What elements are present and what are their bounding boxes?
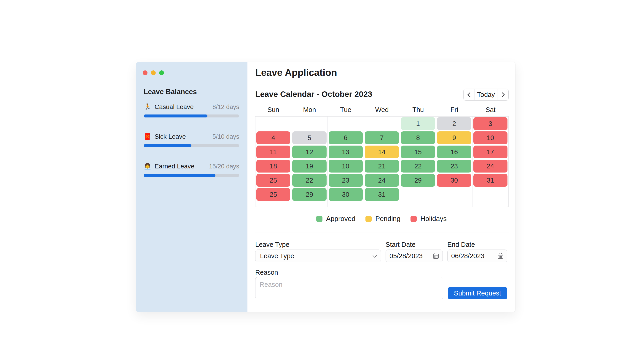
- leave-balance-row: 🧧Sick Leave5/10 days: [144, 133, 239, 141]
- calendar-day-cell: 10: [474, 131, 508, 144]
- chevron-left-icon: [467, 92, 472, 97]
- calendar-day-cell: 19: [292, 160, 326, 173]
- leave-progress-fill: [144, 174, 216, 177]
- close-button[interactable]: [143, 70, 148, 75]
- leave-balance-value: 15/20 days: [209, 162, 239, 170]
- leave-balance-item: 🧑‍💼Earned Leave15/20 days: [144, 162, 239, 177]
- calendar-day-cell: 3: [474, 117, 508, 130]
- start-date-input[interactable]: 05/28/2023: [386, 250, 443, 262]
- calendar-day-cell: 6: [329, 131, 363, 144]
- calendar-slot: 9: [436, 131, 472, 145]
- leave-balance-item: 🏃Casual Leave8/12 days: [144, 103, 239, 117]
- calendar-day-cell: 22: [401, 160, 435, 173]
- legend-swatch: [316, 216, 322, 222]
- calendar-slot: 22: [400, 159, 436, 173]
- calendar-slot: 2: [436, 117, 472, 131]
- calendar-slot: 19: [291, 159, 328, 173]
- calendar-slot: [400, 202, 436, 207]
- calendar-day-cell: 24: [365, 174, 399, 187]
- calendar-slot: 8: [400, 131, 436, 145]
- calendar-day-cell: 29: [292, 188, 326, 201]
- calendar-slot: 12: [291, 145, 328, 159]
- calendar-day-cell: 17: [474, 146, 508, 158]
- calendar-slot: [255, 117, 291, 131]
- calendar-slot: 3: [472, 117, 508, 131]
- today-button[interactable]: Today: [474, 89, 498, 100]
- calendar-slot: 16: [436, 145, 472, 159]
- calendar-day-cell: 16: [437, 146, 471, 158]
- legend-item: Holidays: [410, 215, 447, 223]
- page-title: Leave Application: [255, 67, 337, 78]
- calendar-legend: ApprovedPendingHolidays: [248, 215, 516, 223]
- calendar-slot: [400, 187, 436, 202]
- end-date-input[interactable]: 06/28/2023: [447, 250, 507, 262]
- day-header: Sat: [472, 106, 508, 114]
- calendar-slot: 25: [255, 173, 291, 187]
- calendar-slot: 23: [436, 159, 472, 173]
- calendar-day-cell: 25: [256, 188, 290, 201]
- leave-balance-list: 🏃Casual Leave8/12 days🧧Sick Leave5/10 da…: [144, 103, 239, 192]
- calendar-slot: [291, 117, 328, 131]
- calendar-slot: 11: [255, 145, 291, 159]
- calendar-day-cell: 1: [401, 117, 435, 130]
- calendar-day-cell: 21: [365, 160, 399, 173]
- calendar-slot: 10: [472, 131, 508, 145]
- leave-balance-row: 🏃Casual Leave8/12 days: [144, 103, 239, 111]
- leave-type-selected-value: Leave Type: [256, 252, 294, 260]
- calendar-heading: Leave Calendar - October 2023: [255, 90, 372, 99]
- calendar-day-cell: 7: [365, 131, 399, 144]
- calendar-icon[interactable]: [432, 253, 439, 259]
- calendar-slot: 29: [400, 173, 436, 187]
- leave-type-name: Sick Leave: [154, 133, 186, 141]
- legend-swatch: [366, 216, 372, 222]
- calendar-slot: 6: [328, 131, 364, 145]
- start-date-value: 05/28/2023: [386, 252, 422, 260]
- chevron-right-icon: [500, 92, 504, 97]
- calendar-slot: [436, 187, 472, 202]
- day-header: Sun: [255, 106, 291, 114]
- calendar-slot: 24: [364, 173, 400, 187]
- leave-type-name: Earned Leave: [154, 162, 194, 170]
- runner-icon: 🏃: [144, 103, 152, 111]
- calendar-slot: 4: [255, 131, 291, 145]
- calendar-day-cell: 25: [256, 174, 290, 187]
- calendar-slot: 31: [472, 173, 508, 187]
- calendar-slot: [364, 117, 400, 131]
- calendar-slot: [472, 187, 508, 202]
- leave-balance-value: 5/10 days: [212, 133, 239, 141]
- window-controls: [143, 70, 164, 75]
- calendar-slot: [328, 202, 364, 207]
- minimize-button[interactable]: [151, 70, 156, 75]
- calendar-slot: 22: [291, 173, 328, 187]
- next-month-button[interactable]: [498, 89, 508, 100]
- calendar-slot: 13: [328, 145, 364, 159]
- zoom-button[interactable]: [159, 70, 164, 75]
- reason-textarea[interactable]: [255, 277, 443, 299]
- leave-type-select[interactable]: Leave Type: [255, 250, 381, 262]
- app-window: Leave Balances 🏃Casual Leave8/12 days🧧Si…: [136, 62, 516, 312]
- chevron-down-icon: [372, 253, 377, 258]
- day-header: Tue: [328, 106, 364, 114]
- prev-month-button[interactable]: [464, 89, 474, 100]
- calendar-day-cell: 4: [256, 131, 290, 144]
- calendar-slot: 25: [255, 187, 291, 202]
- calendar-day-cell: 14: [365, 146, 399, 158]
- calendar-icon[interactable]: [497, 253, 504, 259]
- submit-request-button[interactable]: Submit Request: [448, 287, 507, 299]
- day-header: Fri: [436, 106, 472, 114]
- calendar-day-cell: 31: [365, 188, 399, 201]
- calendar-day-cell: 12: [292, 146, 326, 158]
- leave-progress-track: [144, 174, 239, 177]
- calendar-day-cell: 13: [329, 146, 363, 158]
- calendar-day-cell: 8: [401, 131, 435, 144]
- sidebar: Leave Balances 🏃Casual Leave8/12 days🧧Si…: [136, 62, 248, 312]
- legend-label: Pending: [375, 215, 400, 223]
- calendar-day-cell: 10: [329, 160, 363, 173]
- day-header: Mon: [291, 106, 328, 114]
- calendar-slot: [291, 202, 328, 207]
- calendar-slot: 18: [255, 159, 291, 173]
- calendar-slot: 30: [328, 187, 364, 202]
- end-date-label: End Date: [447, 241, 475, 248]
- calendar-day-cell: 15: [401, 146, 435, 158]
- legend-swatch: [410, 216, 417, 222]
